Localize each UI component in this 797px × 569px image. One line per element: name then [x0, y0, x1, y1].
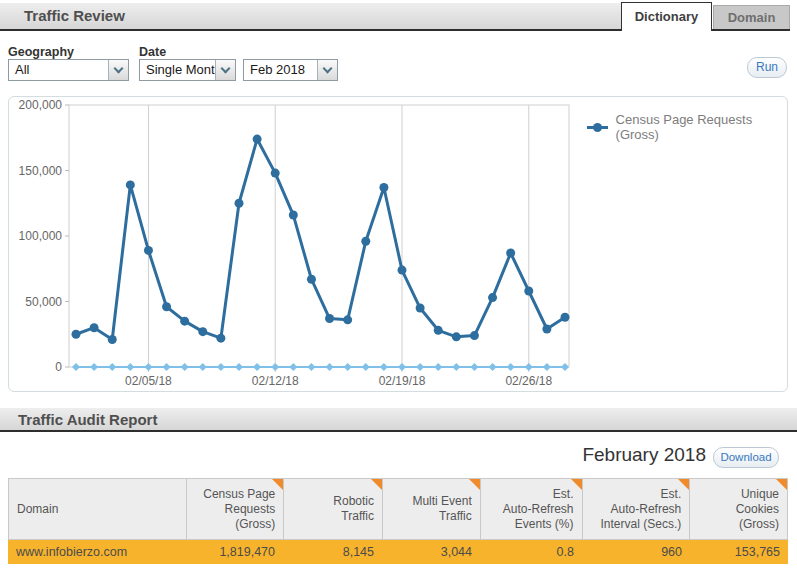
- series-data-point: [361, 237, 370, 246]
- tab-domain[interactable]: Domain: [713, 5, 790, 29]
- series-data-point: [470, 331, 479, 340]
- series-data-point: [506, 249, 515, 258]
- baseline-data-point: [398, 363, 406, 371]
- column-header-label: Unique Cookies (Gross): [736, 487, 779, 532]
- column-header[interactable]: Robotic Traffic: [283, 479, 382, 539]
- geography-select-value: All: [15, 62, 29, 77]
- column-header-label: Est. Auto-Refresh Interval (Secs.): [601, 487, 682, 532]
- value-cell: 1,819,470: [185, 540, 283, 564]
- value-cell: 8,145: [283, 540, 382, 564]
- x-axis-tick-label: 02/26/18: [505, 374, 552, 388]
- note-corner-icon: [678, 479, 689, 490]
- column-header[interactable]: Unique Cookies (Gross): [689, 479, 787, 539]
- column-header-label: Domain: [17, 502, 58, 517]
- baseline-data-point: [217, 363, 225, 371]
- traffic-audit-header-bar: Traffic Audit Report: [0, 408, 797, 432]
- note-corner-icon: [272, 479, 283, 490]
- chevron-down-icon[interactable]: [215, 60, 235, 80]
- series-data-point: [452, 332, 461, 341]
- value-cell: 960: [582, 540, 690, 564]
- audit-table-header-row: DomainCensus Page Requests (Gross)Roboti…: [8, 478, 788, 540]
- value-cell: 0.8: [480, 540, 582, 564]
- download-button[interactable]: Download: [713, 447, 779, 468]
- chevron-down-icon[interactable]: [317, 60, 337, 80]
- value-cell: 3,044: [382, 540, 480, 564]
- baseline-data-point: [163, 363, 171, 371]
- domain-cell: www.infobierzo.com: [8, 540, 185, 564]
- y-axis-tick-label: 150,000: [19, 164, 63, 178]
- baseline-data-point: [90, 363, 98, 371]
- baseline-data-point: [380, 363, 388, 371]
- series-data-point: [271, 169, 280, 178]
- series-data-point: [561, 313, 570, 322]
- baseline-data-point: [253, 363, 261, 371]
- series-data-point: [235, 199, 244, 208]
- baseline-data-point: [271, 363, 279, 371]
- note-corner-icon: [776, 479, 787, 490]
- geography-select[interactable]: All: [8, 59, 129, 81]
- column-header[interactable]: Est. Auto-Refresh Events (%): [480, 479, 582, 539]
- series-data-point: [253, 135, 262, 144]
- baseline-data-point: [507, 363, 515, 371]
- baseline-data-point: [144, 363, 152, 371]
- note-corner-icon: [571, 479, 582, 490]
- x-axis-tick-label: 02/19/18: [379, 374, 426, 388]
- series-data-point: [180, 317, 189, 326]
- table-row[interactable]: www.infobierzo.com1,819,4708,1453,0440.8…: [8, 540, 788, 564]
- chevron-down-icon[interactable]: [108, 60, 128, 80]
- baseline-data-point: [289, 363, 297, 371]
- baseline-data-point: [525, 363, 533, 371]
- column-header[interactable]: Est. Auto-Refresh Interval (Secs.): [582, 479, 690, 539]
- tab-dictionary[interactable]: Dictionary: [621, 2, 712, 31]
- baseline-data-point: [489, 363, 497, 371]
- baseline-data-point: [452, 363, 460, 371]
- date-mode-select-value: Single Month: [146, 62, 222, 77]
- series-data-point: [434, 326, 443, 335]
- series-data-point: [488, 293, 497, 302]
- value-cell: 153,765: [690, 540, 788, 564]
- column-header[interactable]: Census Page Requests (Gross): [186, 479, 284, 539]
- series-data-point: [524, 287, 533, 296]
- audit-table: DomainCensus Page Requests (Gross)Roboti…: [8, 478, 788, 564]
- legend-series-label: Census Page Requests (Gross): [616, 112, 787, 142]
- audit-section-title: Traffic Audit Report: [0, 408, 797, 432]
- series-data-point: [216, 334, 225, 343]
- baseline-data-point: [561, 363, 569, 371]
- column-header[interactable]: Domain: [9, 479, 186, 539]
- series-data-point: [379, 183, 388, 192]
- run-button[interactable]: Run: [747, 57, 787, 78]
- column-header-label: Est. Auto-Refresh Events (%): [503, 487, 574, 532]
- report-period-label: February 2018: [0, 444, 706, 466]
- x-axis-tick-label: 02/05/18: [125, 374, 172, 388]
- date-month-select[interactable]: Feb 2018: [243, 59, 338, 81]
- baseline-data-point: [307, 363, 315, 371]
- note-corner-icon: [371, 479, 382, 490]
- baseline-data-point: [543, 363, 551, 371]
- series-data-point: [416, 304, 425, 313]
- y-axis-tick-label: 100,000: [19, 229, 63, 243]
- baseline-data-point: [416, 363, 424, 371]
- y-axis-tick-label: 200,000: [19, 98, 63, 112]
- series-data-point: [162, 302, 171, 311]
- date-mode-select[interactable]: Single Month: [139, 59, 236, 81]
- baseline-data-point: [126, 363, 134, 371]
- series-data-point: [343, 315, 352, 324]
- series-data-point: [289, 211, 298, 220]
- traffic-review-header-bar: Traffic Review: [0, 3, 622, 29]
- series-data-point: [72, 330, 81, 339]
- series-data-point: [108, 335, 117, 344]
- column-header[interactable]: Multi Event Traffic: [382, 479, 480, 539]
- series-data-point: [307, 275, 316, 284]
- series-line: [76, 139, 565, 339]
- column-header-label: Census Page Requests (Gross): [203, 487, 275, 532]
- series-data-point: [542, 325, 551, 334]
- x-axis-tick-label: 02/12/18: [252, 374, 299, 388]
- series-data-point: [198, 327, 207, 336]
- series-data-point: [126, 180, 135, 189]
- geography-label: Geography: [8, 45, 74, 59]
- baseline-data-point: [199, 363, 207, 371]
- audit-table-body: www.infobierzo.com1,819,4708,1453,0440.8…: [8, 540, 788, 564]
- baseline-data-point: [181, 363, 189, 371]
- series-data-point: [398, 266, 407, 275]
- baseline-data-point: [72, 363, 80, 371]
